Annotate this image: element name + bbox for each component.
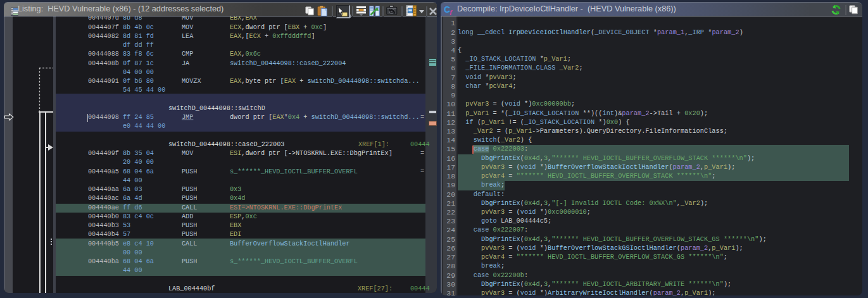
svg-text:f: f: [450, 9, 453, 15]
